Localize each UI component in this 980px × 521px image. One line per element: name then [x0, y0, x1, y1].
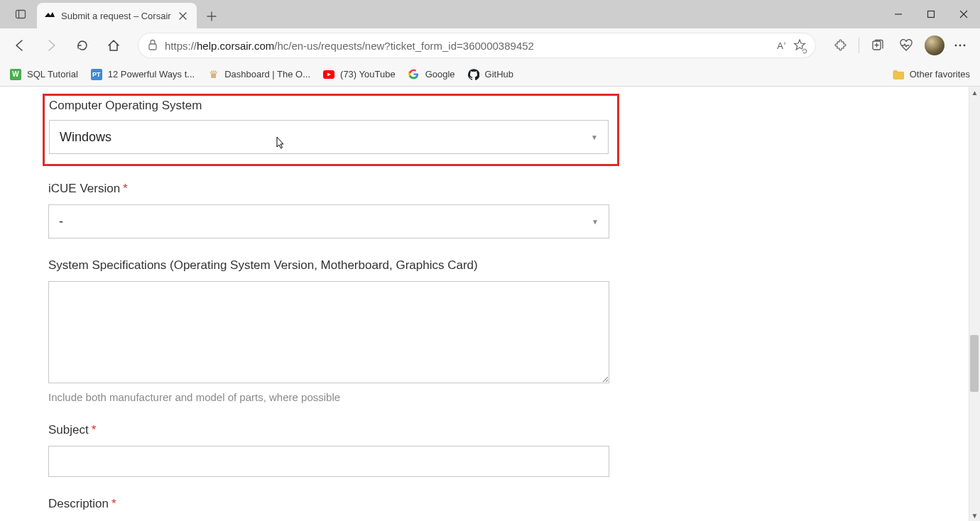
scroll-down-button[interactable]: ▼ [969, 510, 980, 521]
sysspec-hint: Include both manufacturer and model of p… [48, 391, 653, 403]
close-tab-button[interactable] [177, 9, 190, 22]
puzzle-icon [834, 39, 846, 52]
tab-actions-button[interactable] [4, 0, 37, 28]
active-tab[interactable]: Submit a request – Corsair [37, 3, 197, 28]
folder-icon [893, 69, 904, 80]
svg-point-9 [964, 45, 966, 47]
favorite-button[interactable] [793, 38, 806, 53]
back-button[interactable] [7, 33, 33, 58]
sysspec-label: System Specifications (Operating System … [48, 258, 653, 273]
sysspec-textarea[interactable] [48, 281, 609, 383]
required-marker: * [92, 423, 97, 437]
reload-icon [76, 39, 89, 52]
heartbeat-icon [899, 39, 913, 52]
w3-icon: W [10, 69, 21, 80]
bookmark-label: SQL Tutorial [27, 69, 78, 79]
toolbar-separator [859, 38, 859, 53]
subject-label: Subject [48, 423, 89, 437]
extensions-button[interactable] [827, 33, 853, 58]
required-marker: * [123, 182, 128, 196]
os-select-value: Windows [60, 130, 111, 145]
window-close-button[interactable] [947, 0, 980, 28]
collections-button[interactable] [865, 33, 891, 58]
address-bar[interactable]: https://help.corsair.com/hc/en-us/reques… [138, 33, 816, 58]
collections-icon [871, 39, 884, 52]
home-button[interactable] [101, 33, 126, 58]
window-minimize-button[interactable] [882, 0, 915, 28]
odin-icon: ♛ [207, 69, 219, 80]
bookmark-sql-tutorial[interactable]: W SQL Tutorial [10, 69, 78, 80]
icue-select[interactable]: - ▼ [48, 204, 609, 238]
other-favorites-label: Other favorites [910, 69, 970, 79]
browser-toolbar: https://help.corsair.com/hc/en-us/reques… [0, 28, 980, 62]
bookmark-dashboard[interactable]: ♛ Dashboard | The O... [207, 69, 310, 80]
url-host: help.corsair.com [197, 40, 274, 52]
icue-select-value: - [59, 214, 63, 229]
bookmarks-bar: W SQL Tutorial PT 12 Powerful Ways t... … [0, 62, 980, 87]
url-text: https://help.corsair.com/hc/en-us/reques… [165, 40, 770, 52]
os-select[interactable]: Windows ▼ [49, 120, 609, 154]
request-form: Computer Operating System Windows ▼ iCUE… [0, 87, 653, 521]
highlighted-os-field: Computer Operating System Windows ▼ [43, 94, 619, 166]
lock-icon [148, 39, 158, 53]
scroll-up-button[interactable]: ▲ [969, 87, 980, 98]
svg-rect-3 [928, 11, 935, 18]
minimize-icon [894, 10, 903, 18]
url-path: /hc/en-us/requests/new?ticket_form_id=36… [274, 40, 534, 52]
tab-actions-icon [15, 9, 26, 20]
forward-button[interactable] [38, 33, 64, 58]
window-maximize-button[interactable] [915, 0, 947, 28]
bookmark-label: (73) YouTube [340, 69, 396, 79]
back-arrow-icon [13, 39, 26, 52]
bookmark-powerful-ways[interactable]: PT 12 Powerful Ways t... [91, 69, 195, 80]
subject-input[interactable] [48, 446, 609, 477]
pt-icon: PT [91, 69, 102, 80]
new-tab-button[interactable] [200, 4, 224, 28]
scroll-thumb[interactable] [970, 335, 979, 392]
github-icon [468, 69, 479, 80]
bookmark-label: Google [425, 69, 455, 79]
url-scheme: https:// [165, 40, 197, 52]
forward-arrow-icon [45, 39, 58, 52]
svg-point-7 [955, 45, 957, 47]
close-icon [959, 10, 968, 18]
close-icon [179, 12, 187, 20]
sync-badge-icon [801, 48, 808, 55]
profile-avatar[interactable] [925, 35, 944, 55]
vertical-scrollbar[interactable]: ▲ ▼ [969, 87, 980, 521]
required-marker: * [111, 497, 116, 511]
svg-point-8 [959, 45, 962, 47]
chevron-down-icon: ▼ [591, 133, 598, 141]
performance-button[interactable] [893, 33, 919, 58]
bookmark-label: Dashboard | The O... [224, 69, 310, 79]
os-label: Computer Operating System [49, 99, 613, 113]
settings-more-button[interactable] [947, 33, 973, 58]
description-label: Description [48, 497, 109, 511]
chevron-down-icon: ▼ [592, 218, 599, 226]
bookmark-google[interactable]: Google [408, 69, 455, 80]
tab-strip: Submit a request – Corsair [0, 0, 980, 28]
bookmark-youtube[interactable]: (73) YouTube [323, 69, 396, 80]
ellipsis-icon [954, 39, 967, 52]
maximize-icon [927, 10, 935, 18]
svg-rect-4 [149, 44, 156, 50]
other-favorites[interactable]: Other favorites [893, 69, 970, 80]
plus-icon [207, 11, 217, 21]
home-icon [107, 39, 120, 52]
icue-label: iCUE Version [48, 182, 120, 196]
reload-button[interactable] [70, 33, 95, 58]
tab-title: Submit a request – Corsair [61, 11, 171, 21]
bookmark-github[interactable]: GitHub [468, 69, 513, 80]
corsair-favicon-icon [44, 10, 55, 21]
google-icon [408, 69, 420, 80]
youtube-icon [323, 69, 334, 80]
bookmark-label: 12 Powerful Ways t... [108, 69, 195, 79]
svg-rect-0 [16, 11, 26, 18]
bookmark-label: GitHub [485, 69, 513, 79]
read-aloud-button[interactable]: A› [777, 40, 786, 51]
